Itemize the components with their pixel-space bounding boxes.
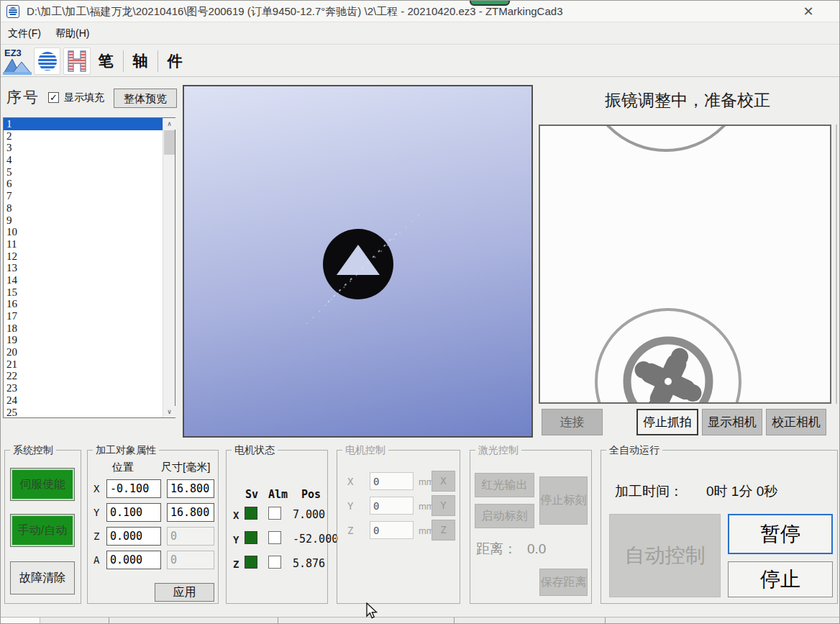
axis-label: X [93,483,99,494]
processing-time-value: 0时 1分 0秒 [706,482,777,501]
show-fill-label: 显示填充 [64,91,104,104]
list-item[interactable]: 6 [4,178,175,190]
list-item[interactable]: 4 [4,154,175,166]
position-input[interactable] [106,503,161,522]
hatch-h-icon [66,50,88,73]
position-input[interactable] [106,551,161,569]
ez3-logo-icon[interactable]: EZ3 [2,46,32,76]
recorder-overlay-tab [470,0,510,6]
motor-control-rows: XmmXYmmYZmmZ [337,469,460,543]
part-button[interactable]: 件 [160,48,189,75]
show-camera-button[interactable]: 显示相机 [702,409,762,435]
manual-auto-button[interactable]: 手动/自动 [10,514,75,547]
motor-control-row: XmmX [337,469,460,494]
axis-label: X [347,476,353,487]
servo-enable-button[interactable]: 伺服使能 [10,468,75,501]
sphere-tool-button[interactable] [34,48,60,75]
size-input[interactable] [167,479,214,498]
overall-preview-button[interactable]: 整体预览 [114,89,177,108]
list-item[interactable]: 24 [4,394,175,407]
list-item[interactable]: 17 [4,310,175,322]
start-marking-button: 启动标刻 [475,504,534,528]
list-scrollbar[interactable]: ∧ ∨ [163,118,175,417]
size-input[interactable] [167,503,214,522]
list-item[interactable]: 13 [4,262,175,274]
list-item[interactable]: 9 [4,214,175,227]
status-bar [1,617,840,624]
list-item[interactable]: 2 [4,130,175,143]
serial-list[interactable]: 1234567891011121314151617181920212223242… [3,117,175,418]
property-rows: XYZA [88,478,218,573]
window-title: D:\加工\加工\福建万龙\20210416\图号200619 (订单9450-… [27,5,562,19]
axis-button[interactable]: 轴 [126,48,155,75]
apply-button[interactable]: 应用 [155,583,214,602]
menu-help[interactable]: 帮助(H) [52,27,92,40]
group-title: 加工对象属性 [93,444,159,457]
scroll-down-icon[interactable]: ∨ [163,406,175,417]
scroll-up-icon[interactable]: ∧ [163,118,175,130]
jog-axis-button: Z [432,520,455,541]
axis-label: Y [93,507,99,518]
axis-label: X [233,510,239,521]
calibrate-camera-button[interactable]: 校正相机 [766,409,826,435]
toolbar: EZ3 笔 轴 件 [1,45,840,77]
panel-edge [836,125,837,404]
axis-label: Z [347,525,353,536]
menu-file[interactable]: 文件(F) [5,27,44,40]
distance-label: 距离： [476,541,517,556]
alarm-checkbox [268,556,281,569]
fault-clear-button[interactable]: 故障清除 [10,561,75,594]
serial-list-title: 序号 [6,87,40,107]
list-item[interactable]: 22 [4,370,175,382]
jog-axis-button: Y [432,495,455,516]
list-item[interactable]: 5 [4,166,175,178]
list-item[interactable]: 8 [4,202,175,214]
camera-image [540,126,830,402]
list-item[interactable]: 1 [4,118,163,130]
list-item[interactable]: 19 [4,334,175,346]
drawing-canvas[interactable] [183,85,533,438]
list-item[interactable]: 18 [4,322,175,335]
alarm-checkbox [268,507,281,520]
position-value: 5.876 [293,557,327,570]
ez3-logo-svg: EZ3 [2,46,32,76]
list-item[interactable]: 21 [4,358,175,371]
motor-control-row: ZmmZ [337,518,460,543]
position-value: 7.000 [293,508,327,521]
position-input[interactable] [106,479,161,498]
stop-button[interactable]: 停止 [728,561,833,597]
property-row: Z [88,525,218,549]
hatch-tool-button[interactable] [63,48,91,75]
servo-on-indicator [245,556,257,569]
list-item[interactable]: 23 [4,382,175,394]
stop-capture-button[interactable]: 停止抓拍 [636,409,698,435]
jog-distance-input [370,472,414,490]
list-item[interactable]: 15 [4,286,175,299]
pos-header: Pos [301,488,321,501]
property-row: Y [88,502,218,525]
group-title: 激光控制 [475,444,521,457]
list-item[interactable]: 25 [4,407,175,419]
motor-status-row: Y-52.000 [227,528,327,553]
list-item[interactable]: 20 [4,346,175,358]
pen-button[interactable]: 笔 [91,48,120,75]
list-item[interactable]: 7 [4,190,175,202]
jog-axis-button: X [432,471,455,492]
svg-text:EZ3: EZ3 [4,48,22,58]
list-item[interactable]: 11 [4,238,175,250]
list-item[interactable]: 3 [4,142,175,154]
list-item[interactable]: 14 [4,274,175,286]
list-item[interactable]: 16 [4,298,175,310]
jog-distance-input [370,497,414,515]
motor-control-row: YmmY [337,494,460,518]
status-divider [454,618,455,624]
position-input[interactable] [106,527,161,546]
size-input [167,527,214,546]
list-item[interactable]: 12 [4,250,175,263]
close-icon[interactable]: ✕ [799,4,818,19]
show-fill-checkbox[interactable]: ✓ [48,92,59,103]
list-item[interactable]: 10 [4,226,175,238]
pause-button[interactable]: 暂停 [728,514,833,554]
property-row: X [88,478,218,502]
scrollbar-thumb[interactable] [164,130,175,155]
